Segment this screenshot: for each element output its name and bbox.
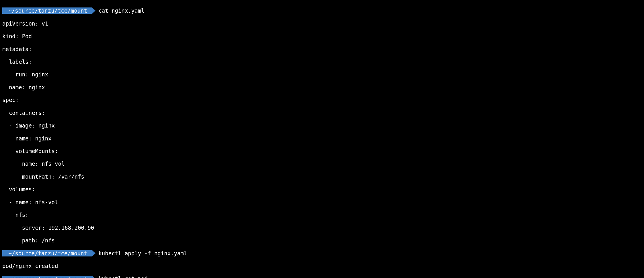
yaml-line: volumes:: [2, 186, 642, 192]
yaml-line: path: /nfs: [2, 237, 642, 244]
apply-output: pod/nginx created: [2, 263, 642, 269]
prompt-badge: ~/source/tanzu/tce/mount: [2, 276, 92, 278]
yaml-line: name: nginx: [2, 84, 642, 90]
yaml-line: volumeMounts:: [2, 148, 642, 154]
yaml-line: run: nginx: [2, 71, 642, 78]
yaml-line: name: nginx: [2, 135, 642, 142]
prompt-arrow-icon: [92, 276, 95, 278]
yaml-line: - name: nfs-vol: [2, 161, 642, 167]
yaml-line: - name: nfs-vol: [2, 199, 642, 205]
yaml-line: - image: nginx: [2, 122, 642, 129]
terminal[interactable]: ~/source/tanzu/tce/mount cat nginx.yaml …: [0, 0, 644, 278]
yaml-line: containers:: [2, 110, 642, 116]
yaml-line: spec:: [2, 97, 642, 103]
prompt-line-3: ~/source/tanzu/tce/mount kubectl get pod: [2, 275, 642, 278]
yaml-line: kind: Pod: [2, 33, 642, 39]
prompt-line-1: ~/source/tanzu/tce/mount cat nginx.yaml: [2, 7, 642, 14]
yaml-line: server: 192.168.200.90: [2, 225, 642, 231]
prompt-line-2: ~/source/tanzu/tce/mount kubectl apply -…: [2, 250, 642, 256]
prompt-arrow-icon: [92, 7, 95, 14]
yaml-line: nfs:: [2, 212, 642, 218]
prompt-arrow-icon: [92, 250, 95, 256]
yaml-line: metadata:: [2, 46, 642, 52]
prompt-badge: ~/source/tanzu/tce/mount: [2, 250, 92, 256]
command-text: cat nginx.yaml: [98, 7, 144, 14]
command-text: kubectl apply -f nginx.yaml: [98, 250, 187, 256]
command-text: kubectl get pod: [98, 275, 148, 278]
yaml-line: apiVersion: v1: [2, 20, 642, 27]
yaml-line: labels:: [2, 59, 642, 65]
yaml-line: mountPath: /var/nfs: [2, 173, 642, 180]
prompt-badge: ~/source/tanzu/tce/mount: [2, 7, 92, 14]
